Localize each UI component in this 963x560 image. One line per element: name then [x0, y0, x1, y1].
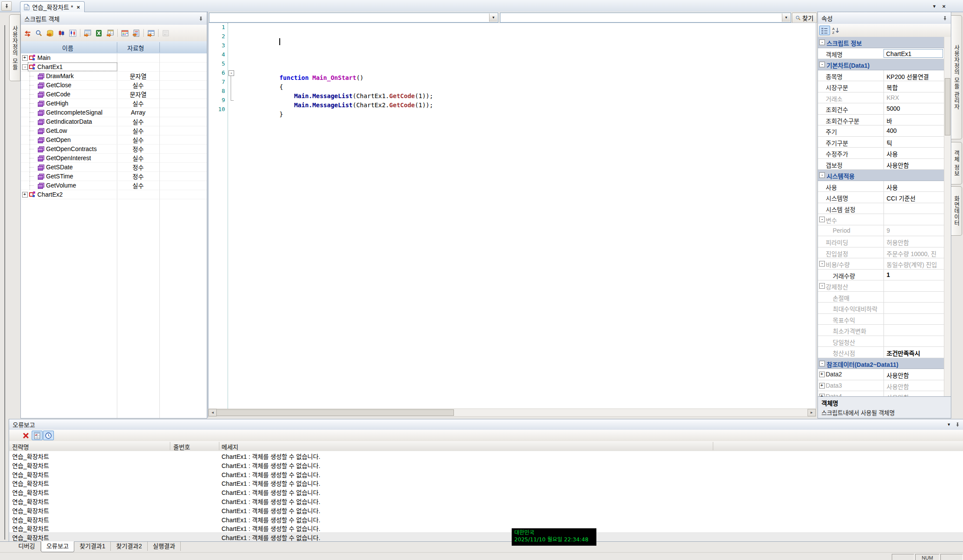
property-value[interactable]: 사용안함	[884, 159, 944, 170]
property-value[interactable]: 조건만족즉시	[884, 347, 944, 358]
expand-toggle-icon[interactable]	[22, 64, 28, 70]
tree-row[interactable]: GetOpenInterest 실수	[21, 154, 207, 163]
tree-row[interactable]: GetVolume 실수	[21, 181, 207, 190]
tree-row[interactable]: GetLow 실수	[21, 126, 207, 135]
property-row[interactable]: 시스템명 CCI 기준선	[818, 192, 944, 203]
property-row[interactable]: 기본차트(Data1)	[818, 59, 944, 70]
error-row[interactable]: 연습_확장차트 ChartEx1 : 객체를 생성할 수 없습니다.	[9, 505, 963, 514]
code-line[interactable]: 5 function Main_OnStart()	[208, 59, 816, 69]
property-value[interactable]: 400	[884, 125, 944, 136]
tree-row[interactable]: GetCode 문자열	[21, 90, 207, 99]
expand-toggle-icon[interactable]	[22, 192, 28, 198]
tab-close-icon[interactable]: ×	[76, 4, 81, 10]
event-combobox[interactable]: ▼	[500, 13, 791, 23]
property-row[interactable]: Data2 사용안함	[818, 369, 944, 380]
property-row[interactable]: 당일청산	[818, 336, 944, 347]
property-row[interactable]: 거래수량 1	[818, 270, 944, 281]
scroll-right-icon[interactable]: ►	[807, 409, 816, 416]
table-view-icon[interactable]	[146, 28, 156, 38]
fold-marker[interactable]	[228, 105, 234, 114]
calendar-icon[interactable]	[119, 28, 130, 38]
sort-az-icon[interactable]: AZ	[831, 26, 841, 35]
tree-row[interactable]: ChartEx2	[21, 190, 207, 199]
tree-row[interactable]: GetIncompleteSignal Array	[21, 108, 207, 117]
property-value[interactable]: 복합	[884, 81, 944, 92]
property-value[interactable]	[884, 280, 944, 291]
property-row[interactable]: 거래소 KRX	[818, 92, 944, 104]
tree-row[interactable]: GetIndicatorData 실수	[21, 117, 207, 126]
property-row[interactable]: 피라미딩 허용안함	[818, 236, 944, 247]
property-row[interactable]: Data3 사용안함	[818, 380, 944, 392]
output-tab[interactable]: 찾기결과1	[74, 542, 111, 551]
property-value[interactable]: 주문수량 10000, 진	[884, 247, 944, 258]
expand-toggle-icon[interactable]	[819, 383, 825, 389]
property-value[interactable]	[884, 325, 944, 336]
swap-arrows-icon[interactable]	[22, 28, 33, 38]
property-value[interactable]	[884, 292, 944, 303]
fold-marker[interactable]	[228, 87, 234, 96]
chevron-down-icon[interactable]: ▼	[782, 13, 790, 22]
property-value[interactable]	[884, 336, 944, 347]
candlestick-icon[interactable]	[56, 28, 67, 38]
output-tab[interactable]: 실행결과	[148, 542, 181, 551]
tree-row[interactable]: DrawMark 문자열	[21, 72, 207, 81]
tab-practice-extended-chart[interactable]: 연습_확장차트 * ×	[20, 1, 85, 12]
property-value[interactable]	[884, 314, 944, 325]
categorized-icon[interactable]	[819, 26, 830, 35]
property-row[interactable]: 비용/수량 동일수량(계약) 진입	[818, 258, 944, 270]
column-message[interactable]: 메세지	[222, 442, 238, 451]
fold-marker[interactable]	[228, 96, 234, 105]
excel-icon[interactable]	[93, 28, 104, 38]
tree-row[interactable]: GetSDate 정수	[21, 163, 207, 172]
error-row[interactable]: 연습_확장차트 ChartEx1 : 객체를 생성할 수 없습니다.	[9, 469, 963, 478]
fold-marker[interactable]	[228, 78, 234, 87]
tree-row[interactable]: GetHigh 실수	[21, 99, 207, 108]
error-row[interactable]: 연습_확장차트 ChartEx1 : 객체를 생성할 수 없습니다.	[9, 451, 963, 460]
expand-toggle-icon[interactable]	[819, 40, 825, 45]
column-strategy[interactable]: 전략명	[12, 442, 29, 451]
error-row[interactable]: 연습_확장차트 ChartEx1 : 객체를 생성할 수 없습니다.	[9, 514, 963, 524]
coins-icon[interactable]	[45, 28, 56, 38]
tree-row[interactable]: GetSTime 정수	[21, 172, 207, 181]
code-line[interactable]: 3	[208, 41, 816, 50]
object-combobox[interactable]: ▼	[209, 13, 498, 23]
property-row[interactable]: 객체명 ChartEx1	[818, 48, 944, 59]
sidebar-tab-screen-data[interactable]: 화면데이터	[951, 186, 962, 236]
fold-marker[interactable]	[228, 69, 234, 78]
property-row[interactable]: 목표수익	[818, 314, 944, 325]
error-row[interactable]: 연습_확장차트 ChartEx1 : 객체를 생성할 수 없습니다.	[9, 523, 963, 532]
pin-icon[interactable]	[943, 16, 947, 21]
property-row[interactable]: 손절매	[818, 292, 944, 303]
fold-marker[interactable]	[228, 32, 234, 41]
property-row[interactable]: 조회건수구분 바	[818, 115, 944, 126]
code-line[interactable]: 1	[208, 23, 816, 32]
code-line[interactable]: 6 {	[208, 69, 816, 78]
property-value[interactable]: 사용안함	[884, 380, 944, 391]
code-line[interactable]: 2	[208, 32, 816, 41]
sidebar-tab-object-info[interactable]: 객체 정보	[951, 142, 962, 184]
table-add-icon[interactable]	[105, 28, 116, 38]
property-row[interactable]: 강제청산	[818, 280, 944, 292]
tree-row[interactable]: ChartEx1	[21, 63, 207, 72]
tree-row[interactable]: GetOpenContracts 정수	[21, 145, 207, 154]
property-value[interactable]: 틱	[884, 137, 944, 148]
property-row[interactable]: 스크립트 정보	[818, 37, 944, 48]
property-value[interactable]: 사용	[884, 181, 944, 192]
property-value[interactable]: CCI 기준선	[884, 192, 944, 203]
property-row[interactable]: 최대수익대비하락	[818, 303, 944, 314]
expand-toggle-icon[interactable]	[819, 372, 825, 377]
fold-marker[interactable]	[228, 59, 234, 69]
candlestick-frame-icon[interactable]	[67, 28, 78, 38]
property-value[interactable]: KRX	[884, 92, 944, 103]
property-row[interactable]: 주기구분 틱	[818, 137, 944, 148]
property-value[interactable]: 동일수량(계약) 진입	[884, 258, 944, 269]
scroll-left-icon[interactable]: ◄	[208, 409, 217, 416]
property-row[interactable]: 주기 400	[818, 125, 944, 137]
code-line[interactable]: 9 }	[208, 96, 816, 105]
property-value[interactable]: 1	[884, 270, 944, 280]
pin-button[interactable]	[1, 1, 12, 11]
property-value[interactable]: KP200 선물연결	[884, 70, 944, 81]
property-value[interactable]: 5000	[884, 103, 944, 114]
pin-icon[interactable]	[955, 422, 960, 427]
column-name[interactable]: 이름	[62, 43, 73, 52]
